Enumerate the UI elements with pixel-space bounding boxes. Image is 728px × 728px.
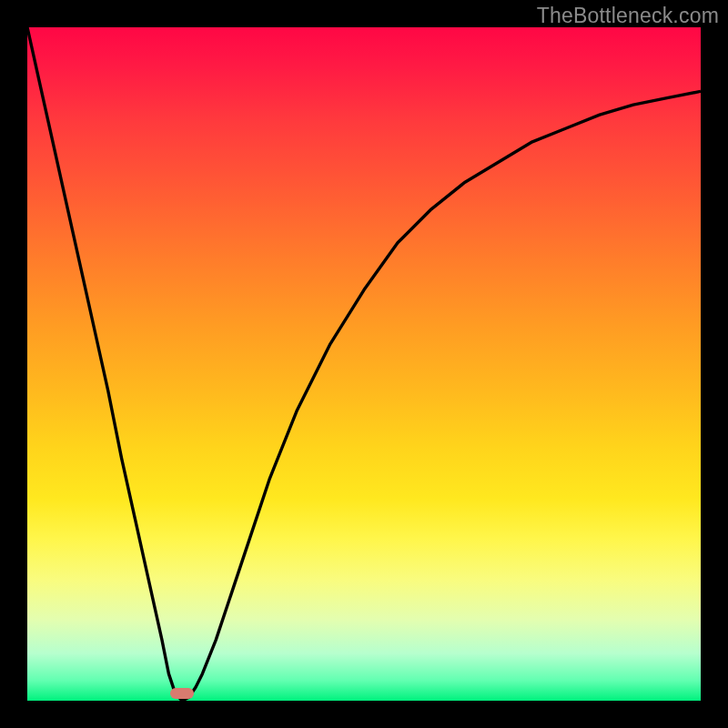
curve-svg [27,27,701,701]
plot-area [27,27,701,701]
chart-frame: TheBottleneck.com [0,0,728,728]
optimum-marker [170,688,194,699]
bottleneck-curve [27,27,701,701]
watermark-text: TheBottleneck.com [537,4,719,28]
